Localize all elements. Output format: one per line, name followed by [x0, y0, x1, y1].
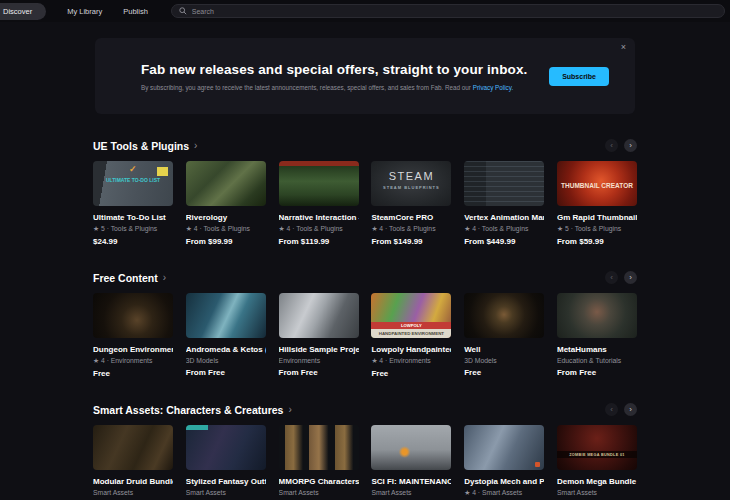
search-bar[interactable]	[171, 4, 725, 18]
product-thumbnail	[464, 293, 544, 338]
product-card[interactable]: THUMBNAIL CREATOR Gm Rapid Thumbnail Cr……	[557, 161, 637, 246]
section-smart-assets: Smart Assets: Characters & Creatures › ‹…	[93, 403, 637, 500]
card-row: Dungeon Environment /… ★ 4 · Environment…	[93, 293, 637, 378]
product-card[interactable]: MetaHumans Education & Tutorials From Fr…	[557, 293, 637, 378]
section-header: UE Tools & Plugins › ‹ ›	[93, 139, 637, 152]
nav-item-publish[interactable]: Publish	[123, 7, 148, 16]
product-title: MetaHumans	[557, 345, 637, 354]
carousel-controls: ‹ ›	[605, 271, 637, 284]
carousel-next-button[interactable]: ›	[624, 403, 637, 416]
section-title-link[interactable]: UE Tools & Plugins ›	[93, 140, 197, 152]
product-price: Free	[464, 368, 544, 377]
product-thumbnail	[464, 161, 544, 206]
product-thumbnail: ZOMBIE MEGA BUNDLE 01	[557, 425, 637, 470]
product-card[interactable]: Narrative Interaction - … ★ 4 · Tools & …	[279, 161, 359, 246]
section-free-content: Free Content › ‹ › Dungeon Environment /…	[93, 271, 637, 378]
search-icon	[179, 7, 187, 15]
product-price: From $119.99	[279, 237, 359, 246]
carousel-prev-button[interactable]: ‹	[605, 139, 618, 152]
product-title: SCI FI: MAINTENANCE …	[371, 477, 451, 486]
product-title: MMORPG Characters - …	[279, 477, 359, 486]
product-card[interactable]: Dystopia Mech and Pilot ★ 4 · Smart Asse…	[464, 425, 544, 500]
top-navigation-bar: Discover My Library Publish	[0, 0, 730, 22]
product-price: From Free	[557, 368, 637, 377]
product-meta: 3D Models	[464, 357, 544, 364]
product-card[interactable]: Vertex Animation Mana… ★ 4 · Tools & Plu…	[464, 161, 544, 246]
banner-text: Fab new releases and special offers, str…	[141, 62, 531, 91]
thumbnail-subtext: HANDPAINTED ENVIRONMENT	[371, 329, 451, 338]
product-price: From $59.99	[557, 237, 637, 246]
product-card[interactable]: ULTIMATE TO-DO LIST Ultimate To-Do List …	[93, 161, 173, 246]
section-title-link[interactable]: Free Content ›	[93, 272, 166, 284]
product-card[interactable]: Modular Druid Bundle Smart Assets From $…	[93, 425, 173, 500]
product-title: Stylized Fantasy Outfit…	[186, 477, 266, 486]
carousel-prev-button[interactable]: ‹	[605, 271, 618, 284]
product-meta: ★ 4 · Environments	[371, 357, 451, 365]
nav-item-my-library[interactable]: My Library	[67, 7, 102, 16]
product-title: Ultimate To-Do List	[93, 213, 173, 222]
chevron-right-icon: ›	[163, 272, 166, 283]
product-title: Well	[464, 345, 544, 354]
product-meta: Smart Assets	[557, 489, 637, 496]
thumbnail-text: ULTIMATE TO-DO LIST	[93, 177, 173, 183]
section-header: Free Content › ‹ ›	[93, 271, 637, 284]
product-card[interactable]: LOWPOLY HANDPAINTED ENVIRONMENT Lowpoly …	[371, 293, 451, 378]
product-card[interactable]: Stylized Fantasy Outfit… Smart Assets Fr…	[186, 425, 266, 500]
product-price: From $449.99	[464, 237, 544, 246]
product-thumbnail	[186, 293, 266, 338]
product-thumbnail: STEAM STEAM BLUEPRINTS	[371, 161, 451, 206]
product-title: Narrative Interaction - …	[279, 213, 359, 222]
product-title: Andromeda & Ketos (gif…	[186, 345, 266, 354]
subscribe-button[interactable]: Subscribe	[549, 67, 609, 86]
product-price: From $149.99	[371, 237, 451, 246]
banner-subtitle-text: By subscribing, you agree to receive the…	[141, 84, 473, 91]
banner-title: Fab new releases and special offers, str…	[141, 62, 531, 77]
privacy-policy-link[interactable]: Privacy Policy.	[473, 84, 513, 91]
product-title: Gm Rapid Thumbnail Cr…	[557, 213, 637, 222]
product-card[interactable]: Dungeon Environment /… ★ 4 · Environment…	[93, 293, 173, 378]
carousel-next-button[interactable]: ›	[624, 139, 637, 152]
product-card[interactable]: STEAM STEAM BLUEPRINTS SteamCore PRO ★ 4…	[371, 161, 451, 246]
thumbnail-text: LOWPOLY	[371, 322, 451, 329]
product-title: Riverology	[186, 213, 266, 222]
product-meta: ★ 4 · Tools & Plugins	[464, 225, 544, 233]
carousel-controls: ‹ ›	[605, 403, 637, 416]
chevron-right-icon: ›	[288, 404, 291, 415]
product-meta: ★ 4 · Environments	[93, 357, 173, 365]
product-price: Free	[93, 369, 173, 378]
product-meta: ★ 4 · Tools & Plugins	[186, 225, 266, 233]
product-card[interactable]: Well 3D Models Free	[464, 293, 544, 378]
product-thumbnail	[186, 425, 266, 470]
product-price: From $99.99	[186, 237, 266, 246]
product-card[interactable]: Hillside Sample Project Environments Fro…	[279, 293, 359, 378]
product-card[interactable]: Riverology ★ 4 · Tools & Plugins From $9…	[186, 161, 266, 246]
product-card[interactable]: SCI FI: MAINTENANCE … Smart Assets From …	[371, 425, 451, 500]
product-thumbnail: THUMBNAIL CREATOR	[557, 161, 637, 206]
close-icon[interactable]: ×	[621, 42, 626, 52]
product-price: $24.99	[93, 237, 173, 246]
product-meta: ★ 4 · Tools & Plugins	[371, 225, 451, 233]
product-card[interactable]: MMORPG Characters - … Smart Assets $349.…	[279, 425, 359, 500]
carousel-controls: ‹ ›	[605, 139, 637, 152]
product-thumbnail	[371, 425, 451, 470]
thumbnail-subtext: STEAM BLUEPRINTS	[371, 185, 451, 190]
nav-item-discover[interactable]: Discover	[0, 3, 46, 20]
product-meta: Smart Assets	[279, 489, 359, 496]
product-price: From Free	[186, 368, 266, 377]
product-thumbnail	[186, 161, 266, 206]
product-card[interactable]: ZOMBIE MEGA BUNDLE 01 Demon Mega Bundle …	[557, 425, 637, 500]
search-input[interactable]	[192, 8, 717, 15]
product-thumbnail	[557, 293, 637, 338]
thumbnail-text: ZOMBIE MEGA BUNDLE 01	[557, 451, 637, 458]
carousel-next-button[interactable]: ›	[624, 271, 637, 284]
main-content: UE Tools & Plugins › ‹ › ULTIMATE TO-DO …	[0, 139, 730, 500]
carousel-prev-button[interactable]: ‹	[605, 403, 618, 416]
product-meta: ★ 5 · Tools & Plugins	[93, 225, 173, 233]
product-price: From Free	[279, 368, 359, 377]
product-meta: 3D Models	[186, 357, 266, 364]
section-title-link[interactable]: Smart Assets: Characters & Creatures ›	[93, 404, 292, 416]
product-card[interactable]: Andromeda & Ketos (gif… 3D Models From F…	[186, 293, 266, 378]
product-title: SteamCore PRO	[371, 213, 451, 222]
thumbnail-text: THUMBNAIL CREATOR	[557, 182, 637, 189]
section-header: Smart Assets: Characters & Creatures › ‹…	[93, 403, 637, 416]
